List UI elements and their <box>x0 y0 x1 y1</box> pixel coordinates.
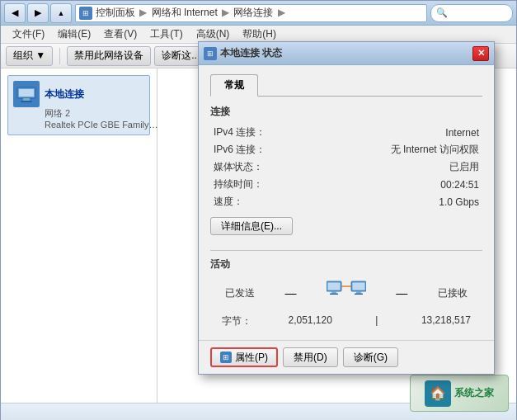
title-bar: ◀ ▶ ▲ ⊞ 控制面板 ▶ 网络和 Internet ▶ 网络连接 ▶ 🔍 <box>1 1 516 26</box>
duration-row: 持续时间： 00:24:51 <box>210 176 482 193</box>
search-icon: 🔍 <box>436 7 448 18</box>
dialog-title-icon: ⊞ <box>204 47 217 60</box>
back-button[interactable]: ◀ <box>4 3 26 23</box>
sent-bytes: 2,051,120 <box>288 314 331 328</box>
organize-button[interactable]: 组织 ▼ <box>6 46 53 66</box>
tab-bar: 常规 <box>210 73 482 97</box>
svg-rect-2 <box>23 98 30 101</box>
dialog-title-bar: ⊞ 本地连接 状态 ✕ <box>199 42 494 65</box>
received-bytes: 13,218,517 <box>421 314 471 328</box>
network-activity-icon <box>327 278 366 308</box>
received-label: 已接收 <box>438 286 468 300</box>
divider <box>210 250 482 251</box>
left-panel: 本地连接 网络 2 Realtek PCIe GBE Family Cont..… <box>1 68 157 403</box>
detail-button[interactable]: 详细信息(E)... <box>210 217 293 235</box>
ipv4-row: IPv4 连接： Internet <box>210 124 482 141</box>
svg-rect-1 <box>19 89 34 97</box>
ipv6-value: 无 Internet 访问权限 <box>276 141 482 158</box>
ipv6-row: IPv6 连接： 无 Internet 访问权限 <box>210 141 482 158</box>
network-sub1: 网络 2 <box>45 107 70 120</box>
menu-edit[interactable]: 编辑(E) <box>51 26 97 43</box>
watermark: 🏠 系统之家 <box>410 375 509 412</box>
forward-button[interactable]: ▶ <box>27 3 49 23</box>
menu-advanced[interactable]: 高级(N) <box>190 26 237 43</box>
disable-button[interactable]: 禁用(D) <box>283 347 338 367</box>
watermark-text: 系统之家 <box>454 387 494 400</box>
ipv4-label: IPv4 连接： <box>210 124 276 141</box>
network-name: 本地连接 <box>45 87 84 101</box>
media-value: 已启用 <box>276 158 482 176</box>
network-sub2: Realtek PCIe GBE Family Cont... <box>45 120 160 130</box>
svg-rect-10 <box>356 291 361 294</box>
address-text: 控制面板 ▶ 网络和 Internet ▶ 网络连接 ▶ <box>96 6 287 20</box>
menu-file[interactable]: 文件(F) <box>6 26 51 43</box>
network-icon <box>13 81 40 107</box>
activity-bytes: 字节： 2,051,120 | 13,218,517 <box>222 314 471 328</box>
duration-value: 00:24:51 <box>276 176 482 193</box>
media-row: 媒体状态： 已启用 <box>210 158 482 176</box>
network-item-local[interactable]: 本地连接 网络 2 Realtek PCIe GBE Family Cont..… <box>7 75 150 135</box>
menu-tools[interactable]: 工具(T) <box>143 26 189 43</box>
properties-button[interactable]: ⊞ 属性(P) <box>210 347 278 367</box>
dialog-title-text: 本地连接 状态 <box>220 46 472 60</box>
speed-label: 速度： <box>210 193 276 210</box>
menu-view[interactable]: 查看(V) <box>97 26 143 43</box>
media-label: 媒体状态： <box>210 158 276 176</box>
speed-value: 1.0 Gbps <box>276 193 482 210</box>
search-box[interactable]: 🔍 <box>430 4 513 22</box>
status-dialog: ⊞ 本地连接 状态 ✕ 常规 连接 IPv4 连接： Internet IPv6… <box>198 41 495 375</box>
connection-section-title: 连接 <box>210 105 482 119</box>
menu-help[interactable]: 帮助(H) <box>236 26 283 43</box>
address-icon: ⊞ <box>79 7 92 20</box>
ipv6-label: IPv6 连接： <box>210 141 276 158</box>
bytes-spacer: | <box>375 314 378 328</box>
network-item-row: 本地连接 <box>13 81 84 107</box>
svg-rect-7 <box>330 294 338 295</box>
connection-info-table: IPv4 连接： Internet IPv6 连接： 无 Internet 访问… <box>210 124 482 210</box>
dialog-close-button[interactable]: ✕ <box>472 46 489 61</box>
svg-rect-11 <box>355 294 363 295</box>
address-bar[interactable]: ⊞ 控制面板 ▶ 网络和 Internet ▶ 网络连接 ▶ <box>75 4 427 22</box>
dash-left: — <box>285 286 297 300</box>
activity-section-title: 活动 <box>210 257 482 271</box>
dialog-footer: ⊞ 属性(P) 禁用(D) 诊断(G) <box>199 340 494 374</box>
toolbar-separator <box>59 48 60 64</box>
dialog-body: 常规 连接 IPv4 连接： Internet IPv6 连接： 无 Inter… <box>199 65 494 340</box>
nav-buttons: ◀ ▶ ▲ <box>4 3 72 23</box>
svg-rect-5 <box>327 283 340 290</box>
watermark-icon: 🏠 <box>425 380 451 407</box>
dash-right: — <box>396 286 407 300</box>
svg-rect-9 <box>352 283 364 290</box>
ipv4-value: Internet <box>276 124 482 141</box>
bytes-label: 字节： <box>222 314 251 328</box>
activity-area: 已发送 — — 已接收 <box>210 278 482 308</box>
svg-rect-6 <box>331 291 336 294</box>
svg-rect-3 <box>21 101 32 102</box>
duration-label: 持续时间： <box>210 176 276 193</box>
speed-row: 速度： 1.0 Gbps <box>210 193 482 210</box>
properties-icon: ⊞ <box>220 352 232 363</box>
up-button[interactable]: ▲ <box>50 3 72 23</box>
disable-network-button[interactable]: 禁用此网络设备 <box>67 46 151 66</box>
diagnose-footer-button[interactable]: 诊断(G) <box>343 347 398 367</box>
tab-general[interactable]: 常规 <box>210 74 258 97</box>
sent-label: 已发送 <box>225 286 255 300</box>
